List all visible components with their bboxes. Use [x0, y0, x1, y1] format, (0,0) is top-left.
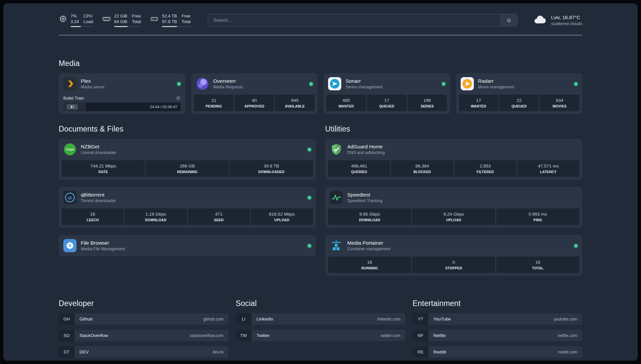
cpu-values: 7% 3.24: [71, 13, 79, 24]
service-card-adguard[interactable]: AdGuard Home DNS and adblocking 498,461Q…: [325, 139, 582, 180]
memory-icon: [102, 15, 111, 23]
stat-tile: 16TOTAL: [496, 257, 579, 273]
bookmark-domain: youtube.com: [549, 313, 582, 325]
service-card-sonarr[interactable]: Sonarr Series management 485WANTED 17QUE…: [323, 73, 450, 114]
service-card-radarr[interactable]: Radarr Movie management 17WANTED 22QUEUE…: [456, 73, 583, 114]
stat-tile: 40APPROVED: [234, 95, 274, 111]
radarr-icon: [461, 77, 474, 90]
stat-tile: 0STOPPED: [412, 257, 495, 273]
section-utilities: Utilities AdGuard Home DNS and adblockin…: [325, 125, 582, 276]
stat-tile: 618.52 MbpsUPLOAD: [251, 208, 313, 225]
stat-tile: 1.19 GbpsDOWNLOAD: [125, 208, 187, 225]
bookmark-abbr: GH: [59, 313, 75, 325]
weather-widget: Lviv, 16.87°C scattered clouds: [533, 14, 582, 26]
weather-location: Lviv, 16.87°C: [551, 14, 582, 21]
status-indicator: [308, 244, 311, 248]
service-card-overseerr[interactable]: Overseerr Media Requests 21PENDING 40APP…: [191, 73, 318, 114]
portainer-icon: [330, 239, 343, 252]
search-input[interactable]: [208, 14, 501, 26]
cpu-labels: CPU Load: [83, 13, 93, 24]
stat-tile: 16RUNNING: [328, 257, 411, 273]
svg-text:qb: qb: [68, 196, 72, 200]
cpu-icon: [59, 15, 67, 23]
disk-usage-bar: [162, 26, 191, 27]
service-name: Overseerr: [213, 78, 243, 84]
status-indicator: [308, 196, 311, 199]
bookmark-name: Netflix: [428, 330, 451, 341]
bookmark-domain: linkedin.com: [373, 313, 405, 325]
stat-tile: 945AVAILABLE: [275, 95, 315, 111]
cpu-usage-bar: [71, 26, 93, 27]
service-description: Usenet downloader: [81, 150, 116, 156]
status-indicator: [574, 82, 578, 86]
bookmark-domain: stackoverflow.com: [185, 330, 229, 341]
service-name: AdGuard Home: [347, 143, 385, 150]
svg-text:nzbget: nzbget: [66, 148, 74, 151]
section-title-utilities: Utilities: [325, 125, 582, 134]
service-description: Speedtest Tracking: [347, 198, 382, 204]
disk-labels: Free Total: [182, 13, 191, 24]
bookmark-abbr: LI: [236, 313, 252, 325]
stat-tile: 196SERIES: [408, 95, 447, 111]
stat-tile: 9.24 GbpsUPLOAD: [412, 208, 495, 225]
bookmark-domain: twitter.com: [376, 330, 406, 341]
service-card-plex[interactable]: Plex Media server Bullet Train ⚙ 24:44 /…: [59, 73, 185, 114]
bookmark-twitter[interactable]: TW Twitter twitter.com: [236, 330, 406, 341]
bookmark-group-entertainment: Entertainment YT YouTube youtube.com NF …: [412, 299, 582, 358]
bookmark-stackoverflow[interactable]: SO StackOverflow stackoverflow.com: [59, 330, 229, 341]
search-engine-button[interactable]: G: [501, 14, 517, 26]
dashboard: 7% 3.24 CPU Load 22 GiB: [3, 3, 638, 361]
service-name: Radarr: [478, 78, 514, 84]
stat-tile: 17QUEUED: [367, 95, 407, 111]
service-description: Series management: [346, 84, 382, 90]
service-card-filebrowser[interactable]: File Browser Media File Management: [59, 235, 316, 256]
section-title-developer: Developer: [59, 299, 229, 308]
service-name: NZBGet: [81, 143, 116, 150]
section-documents: Documents & Files nzbget NZBGet Usenet d…: [59, 125, 316, 256]
bookmark-domain: github.com: [198, 313, 229, 325]
bookmark-netflix[interactable]: NF Netflix netflix.com: [412, 330, 582, 341]
service-name: qBittorrent: [81, 192, 116, 198]
stat-tile: 2,953FILTERED: [454, 160, 516, 177]
bookmark-dev[interactable]: DT DEV dev.to: [59, 346, 229, 358]
bookmark-youtube[interactable]: YT YouTube youtube.com: [412, 313, 582, 325]
stat-tile: 22QUEUED: [499, 95, 539, 111]
playback-progress-bar[interactable]: 24:44 / 02:06:47: [63, 103, 181, 111]
bookmark-linkedin[interactable]: LI LinkedIn linkedin.com: [236, 313, 406, 325]
bookmark-github[interactable]: GH Github github.com: [59, 313, 229, 325]
stat-tile: 485WANTED: [326, 95, 366, 111]
bookmark-abbr: RE: [412, 346, 428, 358]
stat-tile: 744.21 MbpsRATE: [62, 160, 145, 177]
topbar: 7% 3.24 CPU Load 22 GiB: [59, 3, 582, 35]
bookmark-group-social: Social LI LinkedIn linkedin.com TW Twitt…: [236, 299, 406, 341]
service-name: Sonarr: [346, 78, 382, 84]
stat-tile: 21PENDING: [194, 95, 234, 111]
service-card-nzbget[interactable]: nzbget NZBGet Usenet downloader 744.21 M…: [59, 139, 316, 180]
pause-button[interactable]: [67, 104, 78, 109]
stat-tile: 266 GBREMAINING: [146, 160, 229, 177]
stat-tile: 47.571 msLATENCY: [517, 160, 579, 177]
service-card-qbittorrent[interactable]: qb qBittorrent Torrent downloader 16LEEC…: [59, 187, 316, 228]
service-name: File Browser: [81, 240, 125, 246]
stat-tile: 471SEED: [188, 208, 250, 225]
bookmark-name: Reddit: [428, 346, 451, 358]
service-description: Media server: [81, 84, 105, 90]
weather-condition: scattered clouds: [551, 21, 582, 26]
bookmark-domain: netflix.com: [553, 330, 582, 341]
service-card-portainer[interactable]: Media Portainer Container management 16R…: [325, 235, 582, 276]
service-card-speedtest[interactable]: Speedtest Speedtest Tracking 9.65 GbpsDO…: [325, 187, 582, 228]
adguard-icon: [330, 143, 343, 156]
section-title-media: Media: [59, 59, 582, 68]
sonarr-icon: [328, 77, 341, 90]
section-title-documents: Documents & Files: [59, 125, 316, 134]
now-playing-title: Bullet Train: [63, 96, 84, 101]
speedtest-icon: [330, 191, 343, 204]
status-indicator: [442, 82, 445, 86]
bookmark-abbr: NF: [412, 330, 428, 341]
stat-tile: 17WANTED: [459, 95, 499, 111]
bookmark-reddit[interactable]: RE Reddit reddit.com: [412, 346, 582, 358]
memory-labels: Free Total: [132, 13, 141, 24]
gear-icon[interactable]: ⚙: [176, 96, 180, 101]
status-indicator: [574, 244, 578, 248]
stat-tile: 39.6 TBDOWNLOADED: [230, 160, 313, 177]
